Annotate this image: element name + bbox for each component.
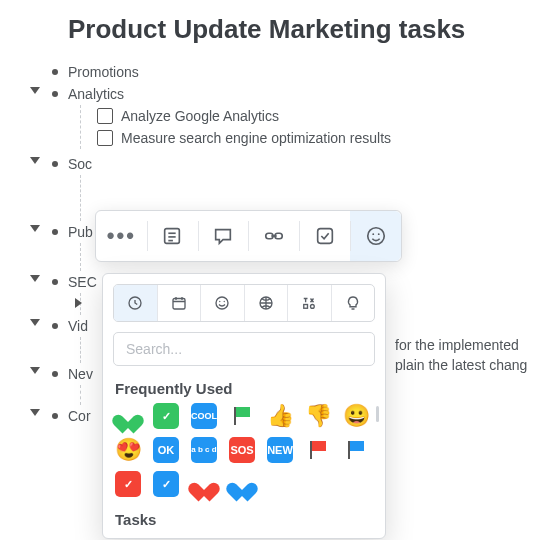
emoji-check-green[interactable]: ✓: [153, 403, 179, 429]
tab-recent[interactable]: [114, 285, 157, 321]
tree-item-label: Promotions: [68, 64, 139, 80]
emoji-sos[interactable]: SOS: [229, 437, 255, 463]
tree-item-label: Vid: [68, 318, 88, 334]
smile-icon: [213, 294, 231, 312]
lightbulb-icon: [344, 294, 362, 312]
emoji-heart-red[interactable]: [191, 471, 217, 497]
checkbox-icon[interactable]: [97, 108, 113, 124]
emoji-flag-green[interactable]: [229, 403, 255, 429]
task-row[interactable]: Measure search engine optimization resul…: [91, 127, 540, 149]
bullet-icon: [52, 413, 58, 419]
svg-point-15: [216, 297, 228, 309]
bullet-icon: [52, 323, 58, 329]
bullet-icon: [52, 91, 58, 97]
search-input[interactable]: [113, 332, 375, 366]
task-row[interactable]: Analyze Google Analytics: [91, 105, 540, 127]
emoji-button[interactable]: [350, 211, 401, 261]
tree-item-promotions[interactable]: Promotions: [68, 61, 540, 83]
svg-point-8: [372, 233, 374, 235]
emoji-cool[interactable]: COOL: [191, 403, 217, 429]
tree-item-label: Pub: [68, 224, 93, 240]
svg-point-16: [219, 301, 221, 303]
note-icon: [161, 225, 183, 247]
checkbox-icon: [314, 225, 336, 247]
inline-toolbar: •••: [95, 210, 402, 262]
tab-calendar[interactable]: [157, 285, 201, 321]
tree-item-label: SEC: [68, 274, 97, 290]
checkbox-icon[interactable]: [97, 130, 113, 146]
tab-smileys[interactable]: [200, 285, 244, 321]
picker-tabs: [113, 284, 375, 322]
task-label: Measure search engine optimization resul…: [121, 130, 391, 146]
emoji-ok[interactable]: OK: [153, 437, 179, 463]
scrollbar[interactable]: [376, 406, 379, 422]
emoji-abcd[interactable]: a b c d: [191, 437, 217, 463]
emoji-flag-blue[interactable]: [343, 437, 369, 463]
bullet-icon: [52, 371, 58, 377]
chevron-down-icon[interactable]: [30, 87, 40, 94]
emoji-grin[interactable]: 😀: [343, 403, 369, 429]
tab-ideas[interactable]: [331, 285, 375, 321]
emoji-thumbs-up[interactable]: 👍: [267, 403, 293, 429]
bullet-icon: [52, 69, 58, 75]
emoji-heart-eyes[interactable]: 😍: [115, 437, 141, 463]
tab-symbols[interactable]: [287, 285, 331, 321]
page-title: Product Update Marketing tasks: [68, 14, 540, 45]
chevron-down-icon[interactable]: [30, 319, 40, 326]
basketball-icon: [257, 294, 275, 312]
bullet-icon: [52, 161, 58, 167]
tree-item-label: Soc: [68, 156, 92, 172]
link-button[interactable]: [248, 211, 299, 261]
task-label: Analyze Google Analytics: [121, 108, 279, 124]
emoji-new[interactable]: NEW: [267, 437, 293, 463]
svg-rect-6: [317, 229, 332, 244]
link-icon: [263, 225, 285, 247]
symbols-icon: [300, 294, 318, 312]
svg-rect-19: [304, 305, 308, 309]
comment-button[interactable]: [198, 211, 249, 261]
checkbox-button[interactable]: [299, 211, 350, 261]
emoji-grid-frequent: ✓ COOL 👍 👎 😀 😍 OK a b c d SOS NEW ✓ ✓: [115, 403, 373, 497]
tree-item-label: Analytics: [68, 86, 124, 102]
comment-icon: [212, 225, 234, 247]
svg-point-17: [224, 301, 226, 303]
section-tasks: Tasks: [115, 511, 373, 528]
svg-point-9: [377, 233, 379, 235]
chevron-down-icon[interactable]: [30, 225, 40, 232]
smile-icon: [365, 225, 387, 247]
emoji-heart-green[interactable]: [115, 403, 141, 429]
emoji-thumbs-down[interactable]: 👎: [305, 403, 331, 429]
chevron-right-icon[interactable]: [75, 298, 82, 308]
calendar-icon: [170, 294, 188, 312]
emoji-check-blue[interactable]: ✓: [153, 471, 179, 497]
tree-item-label: Cor: [68, 408, 91, 424]
chevron-down-icon[interactable]: [30, 275, 40, 282]
background-text: for the implemented plain the latest cha…: [395, 335, 540, 376]
more-button[interactable]: •••: [96, 211, 147, 261]
emoji-flag-red[interactable]: [305, 437, 331, 463]
emoji-picker: Frequently Used ✓ COOL 👍 👎 😀 😍 OK a b c …: [102, 273, 386, 539]
svg-point-20: [311, 305, 315, 309]
tree-item-social[interactable]: Soc: [68, 153, 540, 175]
clock-icon: [126, 294, 144, 312]
tree-item-analytics[interactable]: Analytics: [68, 83, 540, 105]
chevron-down-icon[interactable]: [30, 367, 40, 374]
section-frequent: Frequently Used: [115, 380, 373, 397]
svg-rect-11: [173, 299, 185, 310]
bullet-icon: [52, 279, 58, 285]
chevron-down-icon[interactable]: [30, 409, 40, 416]
bullet-icon: [52, 229, 58, 235]
chevron-down-icon[interactable]: [30, 157, 40, 164]
emoji-check-red[interactable]: ✓: [115, 471, 141, 497]
tree-item-label: Nev: [68, 366, 93, 382]
note-button[interactable]: [147, 211, 198, 261]
emoji-search: [113, 332, 375, 366]
emoji-heart-blue[interactable]: [229, 471, 255, 497]
svg-point-7: [367, 228, 384, 245]
tab-activity[interactable]: [244, 285, 288, 321]
